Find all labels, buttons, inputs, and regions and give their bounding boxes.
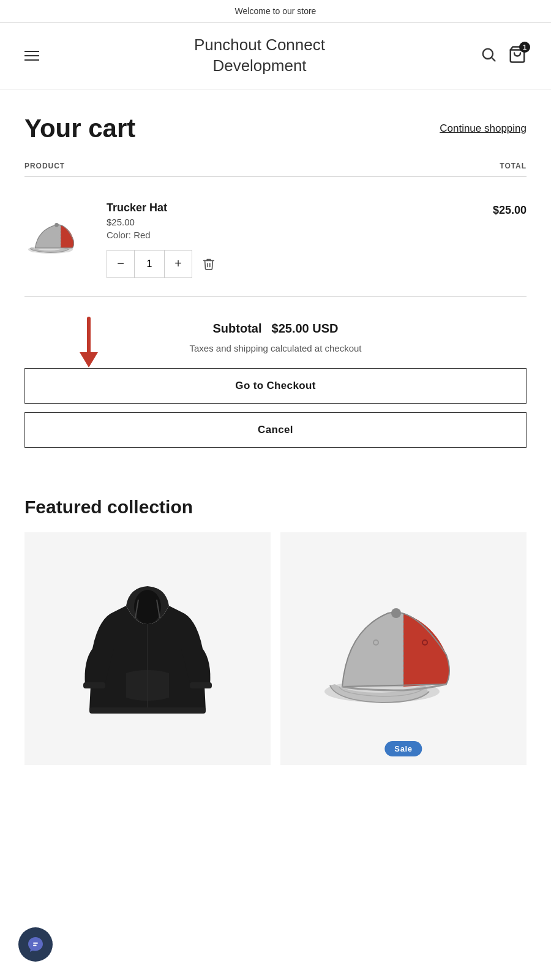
svg-line-1	[492, 58, 495, 61]
svg-point-8	[134, 590, 161, 624]
svg-point-0	[483, 48, 493, 58]
featured-section: Featured collection	[0, 466, 551, 765]
hamburger-menu-button[interactable]	[24, 51, 39, 61]
featured-card-hoodie[interactable]	[24, 532, 271, 765]
cart-item-total: $25.00	[493, 202, 527, 217]
header: Punchout Connect Development 1	[0, 23, 551, 89]
cart-item: Trucker Hat $25.00 Color: Red − +	[24, 189, 527, 297]
cart-button[interactable]: 1	[508, 45, 527, 66]
shopify-chat-badge[interactable]	[18, 927, 53, 962]
subtotal-section: Subtotal $25.00 USD Taxes and shipping c…	[24, 297, 527, 466]
subtotal-label: Subtotal	[213, 322, 262, 336]
quantity-increase-button[interactable]: +	[165, 251, 192, 277]
arrow-down-icon	[73, 315, 104, 373]
taxes-note: Taxes and shipping calculated at checkou…	[189, 343, 361, 353]
hoodie-image	[74, 557, 221, 741]
featured-title: Featured collection	[24, 497, 527, 518]
svg-point-19	[391, 608, 401, 618]
featured-grid: Sale	[24, 532, 527, 765]
item-color: Color: Red	[107, 230, 493, 240]
quantity-input[interactable]	[134, 251, 165, 277]
cart-item-details: Trucker Hat $25.00 Color: Red − +	[107, 202, 493, 278]
svg-rect-10	[83, 682, 105, 688]
cart-item-image	[24, 202, 92, 269]
continue-shopping-link[interactable]: Continue shopping	[440, 123, 527, 135]
subtotal-row: Subtotal $25.00 USD	[213, 322, 339, 336]
quantity-decrease-button[interactable]: −	[107, 251, 134, 277]
item-price: $25.00	[107, 217, 493, 227]
subtotal-value: $25.00 USD	[272, 322, 339, 336]
svg-rect-12	[89, 707, 206, 714]
delete-item-button[interactable]	[202, 257, 216, 271]
column-total: TOTAL	[500, 162, 527, 170]
cap-image	[318, 557, 489, 741]
cancel-button[interactable]: Cancel	[24, 412, 527, 448]
cart-header: Your cart Continue shopping	[24, 114, 527, 143]
cart-title: Your cart	[24, 114, 135, 143]
svg-rect-11	[190, 682, 212, 688]
main-content: Your cart Continue shopping PRODUCT TOTA…	[0, 89, 551, 466]
announcement-bar: Welcome to our store	[0, 0, 551, 23]
sale-badge: Sale	[384, 741, 422, 756]
announcement-text: Welcome to our store	[235, 6, 317, 16]
svg-marker-7	[80, 352, 98, 368]
cart-badge: 1	[519, 42, 530, 53]
featured-card-hat[interactable]: Sale	[280, 532, 527, 765]
search-button[interactable]	[480, 46, 497, 66]
quantity-row: − +	[107, 250, 493, 278]
item-name: Trucker Hat	[107, 202, 493, 214]
quantity-control: − +	[107, 250, 192, 278]
svg-point-5	[54, 223, 59, 227]
cart-columns: PRODUCT TOTAL	[24, 162, 527, 177]
checkout-button[interactable]: Go to Checkout	[24, 368, 527, 404]
header-left	[24, 51, 39, 61]
store-logo[interactable]: Punchout Connect Development	[194, 35, 325, 77]
column-product: PRODUCT	[24, 162, 65, 170]
header-right: 1	[480, 45, 527, 66]
